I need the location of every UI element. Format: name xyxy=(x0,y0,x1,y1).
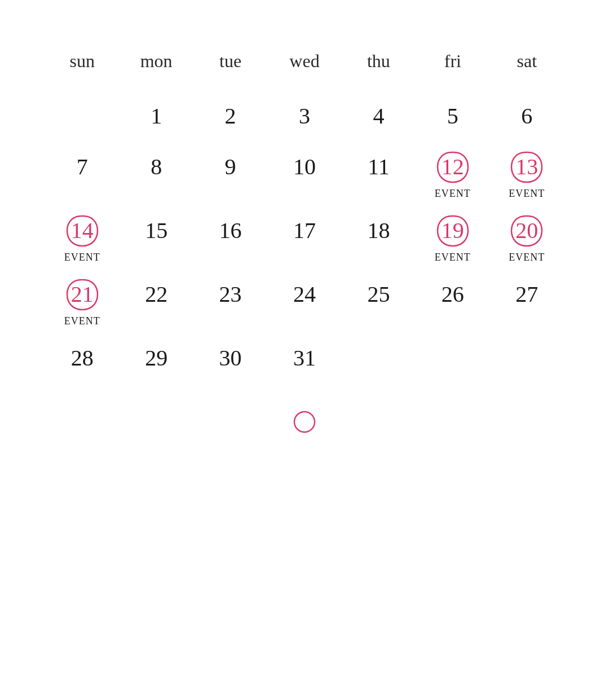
day-number: 7 xyxy=(77,155,88,179)
day-header-sat: sat xyxy=(490,45,564,77)
day-number: 12 xyxy=(442,155,464,179)
day-number: 20 xyxy=(515,218,538,243)
day-header-fri: fri xyxy=(416,45,489,77)
day-number: 29 xyxy=(145,346,167,371)
day-header-mon: mon xyxy=(119,45,193,77)
day-cell-12: 12EVENT xyxy=(416,139,489,203)
day-cell-1: 1 xyxy=(119,89,193,139)
day-cell-5: 5 xyxy=(416,89,489,139)
day-number: 28 xyxy=(71,346,94,371)
day-cell-empty xyxy=(45,89,119,139)
day-cell-8: 8 xyxy=(119,139,193,203)
day-header-thu: thu xyxy=(342,45,416,77)
day-cell-15: 15 xyxy=(119,203,193,267)
day-number: 22 xyxy=(145,282,167,307)
day-number: 1 xyxy=(151,104,162,129)
day-number: 17 xyxy=(293,218,316,243)
day-number: 25 xyxy=(367,282,390,307)
day-cell-30: 30 xyxy=(193,331,267,381)
day-header-wed: wed xyxy=(267,45,341,77)
day-cell-27: 27 xyxy=(490,267,564,331)
day-number: 16 xyxy=(219,218,242,243)
day-cell-23: 23 xyxy=(193,267,267,331)
day-headers: sunmontuewedthufrisat xyxy=(45,45,564,77)
day-cell-empty xyxy=(416,331,489,381)
day-cell-empty xyxy=(342,331,416,381)
day-number: 9 xyxy=(225,155,236,179)
day-number: 13 xyxy=(515,155,538,179)
day-number: 26 xyxy=(442,282,464,307)
day-number: 30 xyxy=(219,346,242,371)
day-cell-21: 21EVENT xyxy=(45,267,119,331)
day-header-tue: tue xyxy=(193,45,267,77)
day-number: 11 xyxy=(368,155,390,179)
day-cell-2: 2 xyxy=(193,89,267,139)
day-number: 6 xyxy=(521,104,532,129)
day-cell-20: 20EVENT xyxy=(490,203,564,267)
day-number: 21 xyxy=(71,282,94,307)
day-number: 24 xyxy=(293,282,316,307)
day-cell-6: 6 xyxy=(490,89,564,139)
day-number: 15 xyxy=(145,218,167,243)
day-header-sun: sun xyxy=(45,45,119,77)
day-cell-31: 31 xyxy=(267,331,341,381)
event-label: EVENT xyxy=(435,188,471,200)
day-number: 19 xyxy=(442,218,464,243)
legend-circle-icon xyxy=(292,410,317,434)
day-cell-24: 24 xyxy=(267,267,341,331)
day-cell-10: 10 xyxy=(267,139,341,203)
day-cell-25: 25 xyxy=(342,267,416,331)
day-number: 14 xyxy=(71,218,94,243)
day-cell-4: 4 xyxy=(342,89,416,139)
day-number: 23 xyxy=(219,282,242,307)
calendar-grid: 123456789101112EVENT13EVENT14EVENT151617… xyxy=(45,89,564,381)
day-number: 8 xyxy=(151,155,162,179)
day-cell-9: 9 xyxy=(193,139,267,203)
day-cell-3: 3 xyxy=(267,89,341,139)
day-number: 3 xyxy=(299,104,310,129)
day-cell-13: 13EVENT xyxy=(490,139,564,203)
day-number: 18 xyxy=(367,218,390,243)
svg-point-0 xyxy=(294,412,315,432)
day-number: 31 xyxy=(293,346,316,371)
event-label: EVENT xyxy=(435,252,471,263)
event-label: EVENT xyxy=(509,252,545,263)
day-cell-16: 16 xyxy=(193,203,267,267)
day-number: 27 xyxy=(515,282,538,307)
day-cell-28: 28 xyxy=(45,331,119,381)
day-cell-11: 11 xyxy=(342,139,416,203)
legend xyxy=(45,410,564,434)
day-cell-14: 14EVENT xyxy=(45,203,119,267)
day-cell-18: 18 xyxy=(342,203,416,267)
event-label: EVENT xyxy=(64,252,100,263)
day-cell-empty xyxy=(490,331,564,381)
event-label: EVENT xyxy=(509,188,545,200)
day-number: 4 xyxy=(373,104,384,129)
day-cell-29: 29 xyxy=(119,331,193,381)
day-number: 5 xyxy=(447,104,458,129)
calendar-container: sunmontuewedthufrisat 123456789101112EVE… xyxy=(0,0,609,457)
day-cell-17: 17 xyxy=(267,203,341,267)
day-cell-22: 22 xyxy=(119,267,193,331)
event-label: EVENT xyxy=(64,315,100,327)
day-cell-26: 26 xyxy=(416,267,489,331)
day-number: 2 xyxy=(225,104,236,129)
day-cell-7: 7 xyxy=(45,139,119,203)
day-cell-19: 19EVENT xyxy=(416,203,489,267)
day-number: 10 xyxy=(293,155,316,179)
